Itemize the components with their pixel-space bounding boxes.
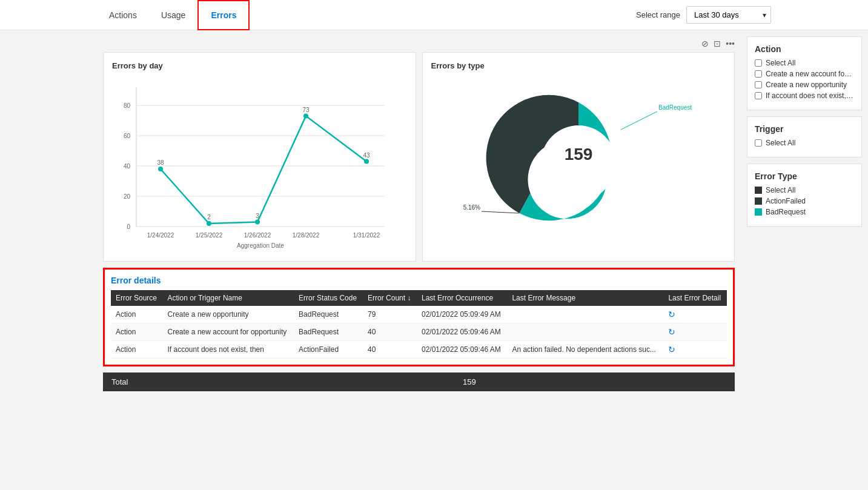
range-label: Select range xyxy=(636,10,680,19)
svg-point-13 xyxy=(255,220,260,225)
badrequest-swatch xyxy=(755,208,762,216)
error-type-actionfailed[interactable]: ActionFailed xyxy=(755,197,854,205)
action-select-all-checkbox[interactable] xyxy=(755,59,762,67)
col-last-error-occurrence[interactable]: Last Error Occurrence xyxy=(417,290,507,306)
col-error-count[interactable]: Error Count ↓ xyxy=(363,290,417,306)
action-filter-section: Action Select All Create a new account f… xyxy=(747,36,862,110)
svg-text:73: 73 xyxy=(302,107,310,113)
cell-detail[interactable]: ↻ xyxy=(663,323,727,341)
svg-text:1/28/2022: 1/28/2022 xyxy=(293,232,320,239)
svg-text:BadRequest 74.84%: BadRequest 74.84% xyxy=(658,104,694,111)
error-type-select-all-label[interactable]: Select All xyxy=(766,186,795,194)
action-if-account[interactable]: If account does not exist, then xyxy=(755,91,854,100)
trigger-section-title: Trigger xyxy=(755,124,854,134)
donut-chart-title: Errors by type xyxy=(431,61,726,70)
charts-row: Errors by day 0 20 40 xyxy=(103,52,735,262)
trigger-select-all-checkbox[interactable] xyxy=(755,139,762,147)
svg-point-15 xyxy=(364,159,369,164)
table-row: Action Create a new opportunity BadReque… xyxy=(111,306,727,323)
action-create-account-checkbox[interactable] xyxy=(755,70,762,78)
line-chart-area: 0 20 40 60 80 xyxy=(112,75,407,253)
refresh-icon: ↻ xyxy=(668,345,675,354)
error-type-actionfailed-label[interactable]: ActionFailed xyxy=(766,197,806,205)
action-create-opportunity-checkbox[interactable] xyxy=(755,81,762,88)
cell-status: BadRequest xyxy=(294,306,363,323)
more-options-icon[interactable]: ••• xyxy=(726,39,735,48)
line-chart-title: Errors by day xyxy=(112,61,407,70)
svg-point-12 xyxy=(207,221,211,226)
total-label: Total xyxy=(111,377,463,386)
svg-text:43: 43 xyxy=(363,152,370,159)
cell-count: 40 xyxy=(363,323,417,341)
cell-source: Action xyxy=(111,306,163,323)
svg-text:Aggregation Date: Aggregation Date xyxy=(237,242,284,249)
cell-occurrence: 02/01/2022 05:09:46 AM xyxy=(417,323,507,341)
main-content: ⊘ ⊡ ••• Errors by day xyxy=(0,30,868,391)
range-select[interactable]: Last 30 days Last 7 days Last 90 days xyxy=(686,6,771,24)
col-action-trigger-name[interactable]: Action or Trigger Name xyxy=(163,290,294,306)
cell-message xyxy=(507,306,663,323)
cell-message: An action failed. No dependent actions s… xyxy=(507,341,663,359)
action-if-account-label[interactable]: If account does not exist, then xyxy=(766,91,854,100)
nav-usage[interactable]: Usage xyxy=(149,0,197,30)
col-last-error-message[interactable]: Last Error Message xyxy=(507,290,663,306)
total-value: 159 xyxy=(463,377,476,386)
cell-name: Create a new account for opportunity xyxy=(163,323,294,341)
cell-status: BadRequest xyxy=(294,323,363,341)
cell-occurrence: 02/01/2022 05:09:46 AM xyxy=(417,341,507,359)
cell-name: Create a new opportunity xyxy=(163,306,294,323)
col-error-status-code[interactable]: Error Status Code xyxy=(294,290,363,306)
svg-text:ActionFailed 25.16%: ActionFailed 25.16% xyxy=(463,204,480,211)
trigger-select-all-label[interactable]: Select All xyxy=(766,139,795,147)
action-select-all-label[interactable]: Select All xyxy=(766,59,795,67)
nav-actions[interactable]: Actions xyxy=(97,0,149,30)
action-create-opportunity[interactable]: Create a new opportunity xyxy=(755,81,854,89)
donut-chart-svg: 159 ActionFailed 25.16% BadRequest 74.84… xyxy=(463,81,694,245)
error-type-badrequest[interactable]: BadRequest xyxy=(755,208,854,216)
donut-chart-area: 159 ActionFailed 25.16% BadRequest 74.84… xyxy=(431,75,726,251)
filter-icon[interactable]: ⊘ xyxy=(701,39,709,48)
action-create-account-label[interactable]: Create a new account for op... xyxy=(766,70,854,78)
cell-detail[interactable]: ↻ xyxy=(663,341,727,359)
expand-icon[interactable]: ⊡ xyxy=(714,39,721,48)
svg-text:80: 80 xyxy=(124,102,131,109)
action-create-opportunity-label[interactable]: Create a new opportunity xyxy=(766,81,847,89)
action-if-account-checkbox[interactable] xyxy=(755,92,762,99)
error-type-select-all[interactable]: Select All xyxy=(755,186,854,194)
error-table: Error Source Action or Trigger Name Erro… xyxy=(111,290,727,359)
svg-text:20: 20 xyxy=(124,193,131,200)
trigger-filter-section: Trigger Select All xyxy=(747,116,862,157)
table-row: Action If account does not exist, then A… xyxy=(111,341,727,359)
action-create-account[interactable]: Create a new account for op... xyxy=(755,70,854,78)
cell-message xyxy=(507,323,663,341)
col-last-error-detail[interactable]: Last Error Detail xyxy=(663,290,727,306)
svg-line-29 xyxy=(482,211,519,213)
table-row: Action Create a new account for opportun… xyxy=(111,323,727,341)
col-error-source[interactable]: Error Source xyxy=(111,290,163,306)
svg-text:1/31/2022: 1/31/2022 xyxy=(353,232,380,239)
line-chart-container: Errors by day 0 20 40 xyxy=(103,52,416,262)
cell-status: ActionFailed xyxy=(294,341,363,359)
svg-point-14 xyxy=(303,114,308,119)
sidebar: Action Select All Create a new account f… xyxy=(741,36,868,391)
svg-text:3: 3 xyxy=(256,213,259,219)
svg-text:1/26/2022: 1/26/2022 xyxy=(244,232,271,239)
error-details-title: Error details xyxy=(111,276,727,285)
svg-text:2: 2 xyxy=(207,214,211,220)
top-navigation: Actions Usage Errors Select range Last 3… xyxy=(0,0,868,30)
cell-source: Action xyxy=(111,341,163,359)
trigger-select-all[interactable]: Select All xyxy=(755,139,854,147)
charts-area: ⊘ ⊡ ••• Errors by day xyxy=(103,36,741,391)
action-select-all[interactable]: Select All xyxy=(755,59,854,67)
cell-detail[interactable]: ↻ xyxy=(663,306,727,323)
donut-chart-container: Errors by type xyxy=(422,52,735,262)
action-section-title: Action xyxy=(755,44,854,54)
error-type-badrequest-label[interactable]: BadRequest xyxy=(766,208,806,216)
total-row: Total 159 xyxy=(103,372,735,391)
nav-errors[interactable]: Errors xyxy=(197,0,250,30)
svg-text:0: 0 xyxy=(127,223,130,230)
refresh-icon: ↻ xyxy=(668,327,675,337)
svg-text:1/25/2022: 1/25/2022 xyxy=(196,232,223,239)
cell-name: If account does not exist, then xyxy=(163,341,294,359)
cell-count: 40 xyxy=(363,341,417,359)
